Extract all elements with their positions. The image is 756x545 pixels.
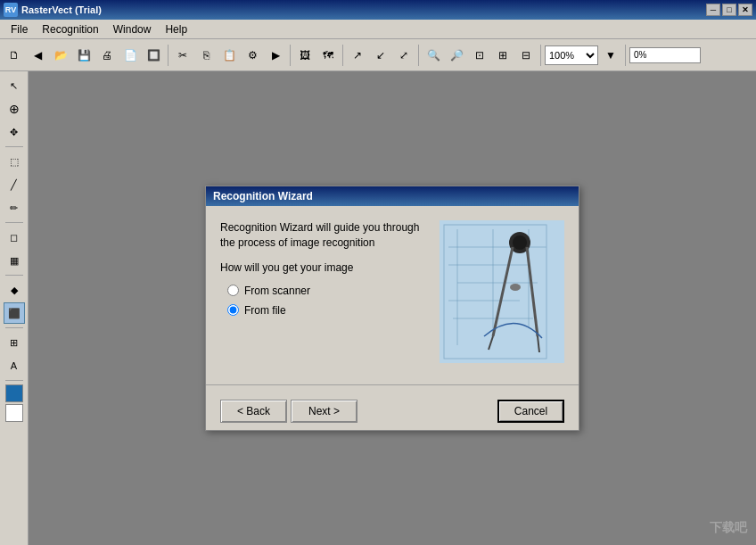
dialog-footer: < Back Next > Cancel	[206, 392, 579, 430]
lt-select[interactable]: ⬚	[4, 151, 25, 172]
menu-window[interactable]: Window	[106, 21, 159, 37]
lt-node[interactable]: ◆	[4, 279, 25, 301]
back-button[interactable]: < Back	[220, 400, 287, 423]
tb-img1[interactable]: 🖼	[294, 45, 316, 66]
tb-scan2[interactable]: 🔲	[143, 45, 164, 66]
tb-print[interactable]: 🖨	[96, 45, 118, 66]
lt-fill[interactable]: ⬛	[4, 302, 25, 324]
dialog-description: Recognition Wizard will guide you throug…	[220, 220, 429, 251]
lt-line[interactable]: ╱	[4, 174, 25, 195]
tb-settings[interactable]: ⚙	[242, 45, 263, 66]
left-toolbar: ↖ ⊕ ✥ ⬚ ╱ ✏ ◻ ▦ ◆ ⬛ ⊞ A	[0, 71, 29, 545]
tb-zoom4[interactable]: ⊞	[492, 45, 514, 66]
radio-from-scanner[interactable]	[227, 285, 239, 296]
tb-save[interactable]: 💾	[73, 45, 94, 66]
tb-zoom1[interactable]: 🔍	[423, 45, 444, 66]
cancel-button[interactable]: Cancel	[497, 400, 564, 423]
recognition-wizard-dialog: Recognition Wizard Recognition Wizard wi…	[205, 186, 579, 431]
lt-sep2	[5, 222, 23, 223]
lt-zoom[interactable]: ⊕	[4, 98, 25, 120]
option-from-scanner[interactable]: From scanner	[227, 285, 429, 297]
close-button[interactable]: ✕	[738, 4, 752, 16]
minimize-button[interactable]: ─	[706, 4, 720, 16]
menu-recognition[interactable]: Recognition	[35, 21, 105, 37]
tb-open[interactable]: 📂	[50, 45, 71, 66]
sep4	[418, 45, 419, 66]
tb-zoom3[interactable]: ⊡	[469, 45, 490, 66]
sep2	[290, 45, 291, 66]
dialog-question: How will you get your image	[220, 261, 429, 274]
menu-bar: File Recognition Window Help	[0, 20, 756, 39]
tb-copy[interactable]: ⎘	[195, 45, 217, 66]
zoom-dropdown[interactable]: ▼	[600, 45, 621, 66]
dialog-overlay: Recognition Wizard Recognition Wizard wi…	[29, 71, 756, 545]
tb-back[interactable]: ◀	[27, 45, 48, 66]
toolbar: 🗋 ◀ 📂 💾 🖨 📄 🔲 ✂ ⎘ 📋 ⚙ ▶ 🖼 🗺 ↗ ↙ ⤢ 🔍 🔎 ⊡ …	[0, 39, 756, 71]
svg-point-10	[513, 235, 527, 250]
lt-sep4	[5, 327, 23, 328]
lt-pointer[interactable]: ↖	[4, 75, 25, 96]
sep1	[168, 45, 168, 66]
tb-paste[interactable]: 📋	[218, 45, 240, 66]
maximize-button[interactable]: □	[722, 4, 736, 16]
sep5	[540, 45, 541, 66]
radio-from-file[interactable]	[227, 304, 239, 316]
radio-from-scanner-label: From scanner	[244, 285, 310, 297]
radio-group: From scanner From file	[227, 285, 429, 317]
tb-vec1[interactable]: ↗	[347, 45, 368, 66]
sep6	[625, 45, 626, 66]
lt-layer[interactable]: ▦	[4, 250, 25, 271]
watermark: 下载吧	[710, 520, 747, 536]
lt-pencil[interactable]: ✏	[4, 197, 25, 219]
tb-run[interactable]: ▶	[265, 45, 286, 66]
tb-scan[interactable]: 📄	[119, 45, 141, 66]
menu-file[interactable]: File	[4, 21, 35, 37]
option-from-file[interactable]: From file	[227, 304, 429, 317]
dialog-body: Recognition Wizard will guide you throug…	[206, 206, 579, 377]
app-icon: RV	[4, 3, 18, 17]
nav-buttons: < Back Next >	[220, 400, 357, 423]
lt-sep5	[5, 380, 23, 381]
svg-point-13	[510, 284, 521, 291]
dialog-title: Recognition Wizard	[206, 186, 579, 206]
tb-zoom2[interactable]: 🔎	[446, 45, 467, 66]
dialog-content: Recognition Wizard will guide you throug…	[220, 220, 429, 363]
tb-vec3[interactable]: ⤢	[393, 45, 415, 66]
tb-cut[interactable]: ✂	[172, 45, 193, 66]
lt-color2[interactable]	[5, 404, 23, 422]
canvas-area: Recognition Wizard Recognition Wizard wi…	[29, 71, 756, 545]
tb-vec2[interactable]: ↙	[370, 45, 391, 66]
dialog-separator	[206, 384, 579, 385]
title-bar: RV RasterVect (Trial) ─ □ ✕	[0, 0, 756, 20]
main-area: ↖ ⊕ ✥ ⬚ ╱ ✏ ◻ ▦ ◆ ⬛ ⊞ A Recognition Wiza…	[0, 71, 756, 545]
tb-new[interactable]: 🗋	[4, 45, 25, 66]
progress-bar: 0%	[629, 47, 701, 63]
lt-sep1	[5, 146, 23, 147]
zoom-select[interactable]: 100% 50% 200%	[545, 45, 598, 65]
dialog-illustration	[440, 220, 564, 363]
lt-eraser[interactable]: ◻	[4, 227, 25, 248]
next-button[interactable]: Next >	[291, 400, 357, 423]
lt-pan[interactable]: ✥	[4, 121, 25, 143]
lt-text[interactable]: A	[4, 355, 25, 376]
window-controls: ─ □ ✕	[706, 4, 752, 16]
lt-color1[interactable]	[5, 384, 23, 402]
menu-help[interactable]: Help	[158, 21, 194, 37]
lt-sep3	[5, 275, 23, 276]
tb-img2[interactable]: 🗺	[317, 45, 339, 66]
app-title: RasterVect (Trial)	[21, 4, 706, 15]
radio-from-file-label: From file	[244, 304, 286, 317]
lt-measure[interactable]: ⊞	[4, 332, 25, 353]
tb-zoom5[interactable]: ⊟	[515, 45, 537, 66]
sep3	[342, 45, 343, 66]
